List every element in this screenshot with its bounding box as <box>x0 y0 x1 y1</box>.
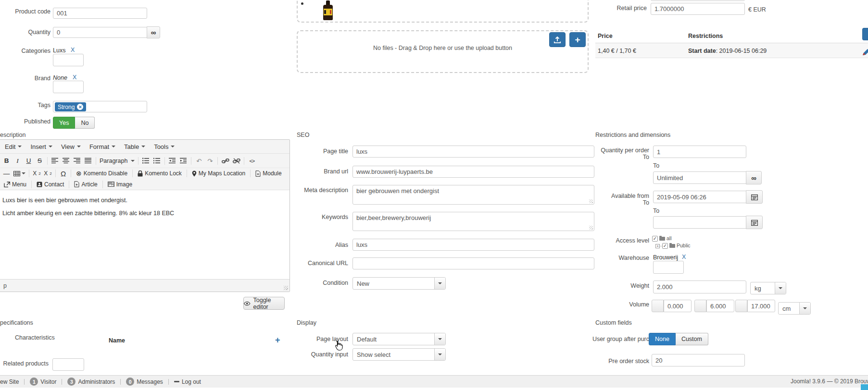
quantity-input[interactable] <box>53 27 147 38</box>
currency-suffix: € EUR <box>748 6 766 13</box>
messages-status[interactable]: 0 Messages <box>126 378 163 386</box>
remove-link-icon[interactable] <box>231 156 242 166</box>
display-section-title: Display <box>297 319 316 326</box>
bold-icon[interactable]: B <box>1 156 12 166</box>
numbered-list-icon[interactable] <box>151 156 163 166</box>
article-insert-button[interactable]: Article <box>71 179 100 190</box>
toggle-editor-button[interactable]: Toggle editor <box>243 297 285 310</box>
menu-format[interactable]: Format <box>85 141 120 152</box>
unlimited-infinity-icon[interactable] <box>746 171 762 184</box>
published-yes-button[interactable]: Yes <box>53 117 75 129</box>
komento-disable-button[interactable]: ⊗Komento Disable <box>73 168 130 179</box>
horizontal-rule-icon[interactable]: — <box>1 168 12 179</box>
checkbox-checked-icon[interactable] <box>662 243 668 249</box>
price-input-partial[interactable] <box>651 0 745 1</box>
align-center-icon[interactable] <box>61 156 72 166</box>
indent-icon[interactable] <box>178 156 189 166</box>
contact-insert-button[interactable]: Contact <box>34 179 67 190</box>
outdent-icon[interactable] <box>167 156 178 166</box>
description-line-1: Luxs bier is een bier gebrouwen met onde… <box>2 197 127 204</box>
source-code-icon[interactable]: <> <box>246 156 257 166</box>
warehouse-input[interactable] <box>653 261 684 274</box>
qty-per-order-input[interactable] <box>653 146 746 158</box>
paragraph-style-select[interactable]: Paragraph <box>98 156 136 166</box>
keywords-textarea[interactable]: bier,beer,brewery,brouwerij <box>352 212 594 231</box>
menu-tools[interactable]: Tools <box>150 141 179 152</box>
italic-icon[interactable]: I <box>12 156 23 166</box>
file-dropzone[interactable]: No files - Drag & Drop here or use the u… <box>297 30 589 73</box>
edit-pencil-icon[interactable] <box>863 49 868 56</box>
volume-unit-select[interactable]: cm <box>778 302 811 315</box>
user-group-custom-button[interactable]: Custom <box>676 333 708 345</box>
insert-link-icon[interactable] <box>220 156 231 166</box>
price-cell: 1,40 € / 1,70 € <box>598 48 636 54</box>
back-to-top-button-partial[interactable] <box>861 384 868 390</box>
price-table-row: 1,40 € / 1,70 € Start date: 2019-06-15 0… <box>595 43 868 58</box>
tag-chip[interactable]: Strong <box>55 102 86 111</box>
menu-table[interactable]: Table <box>120 141 150 152</box>
logout-link[interactable]: Log out <box>174 378 201 385</box>
volume-length-input[interactable] <box>664 300 692 312</box>
brand-remove-link[interactable]: X <box>73 74 76 81</box>
menu-insert[interactable]: Insert <box>26 141 57 152</box>
view-site-link[interactable]: ew Site <box>0 378 19 385</box>
location-pin-icon <box>192 171 197 177</box>
table-icon[interactable] <box>12 168 27 179</box>
bullet-list-icon[interactable] <box>140 156 151 166</box>
product-code-input[interactable] <box>53 8 147 19</box>
quantity-input-select[interactable]: Show select <box>352 348 446 361</box>
menu-view[interactable]: View <box>57 141 85 152</box>
checkbox-checked-icon[interactable] <box>652 236 658 242</box>
qty-max-input[interactable] <box>653 171 746 184</box>
subscript-icon[interactable]: X2 <box>31 168 42 179</box>
upload-file-button[interactable] <box>549 32 566 47</box>
weight-unit-select[interactable]: kg <box>750 282 786 294</box>
image-insert-button[interactable]: Image <box>105 179 135 190</box>
warehouse-value: Brouwerij <box>653 254 678 261</box>
komento-lock-button[interactable]: Komento Lock <box>135 168 185 179</box>
redo-icon[interactable]: ↷ <box>204 156 215 166</box>
product-image-thumbnail[interactable] <box>322 0 334 20</box>
related-products-input[interactable] <box>52 358 84 371</box>
condition-select[interactable]: New <box>352 277 446 290</box>
special-character-icon[interactable]: Ω <box>58 168 69 179</box>
underline-icon[interactable]: U <box>23 156 34 166</box>
menu-edit[interactable]: Edit <box>0 141 26 152</box>
user-group-none-button[interactable]: None <box>649 333 676 345</box>
tag-remove-icon[interactable] <box>77 104 83 110</box>
menu-insert-button[interactable]: Menu <box>1 179 29 190</box>
available-to-input[interactable] <box>653 216 746 229</box>
brand-input[interactable] <box>53 81 84 93</box>
visitors-status[interactable]: 1 Visitor <box>30 378 56 386</box>
resize-grip[interactable] <box>284 286 288 290</box>
tree-expand-icon[interactable] <box>655 244 660 248</box>
volume-width-input[interactable] <box>706 300 734 312</box>
condition-label: Condition <box>221 280 348 286</box>
categories-input[interactable] <box>53 54 84 66</box>
available-to-calendar-button[interactable] <box>746 216 763 229</box>
pre-order-stock-input[interactable] <box>652 354 745 366</box>
volume-height-input[interactable] <box>747 300 775 312</box>
published-no-button[interactable]: No <box>75 117 95 129</box>
tag-chip-label: Strong <box>58 104 75 110</box>
align-right-icon[interactable] <box>72 156 83 166</box>
add-price-button-partial[interactable] <box>862 28 868 40</box>
administrators-status[interactable]: 3 Administrators <box>67 378 115 386</box>
warehouse-remove-link[interactable]: X <box>682 254 686 260</box>
available-from-input[interactable] <box>653 191 746 203</box>
page-layout-select[interactable]: Default <box>352 333 446 345</box>
access-tree: all Public <box>652 235 691 249</box>
retail-price-input[interactable] <box>651 3 745 15</box>
weight-input[interactable] <box>653 280 746 293</box>
align-left-icon[interactable] <box>50 156 61 166</box>
available-from-calendar-button[interactable] <box>746 190 763 204</box>
undo-icon[interactable]: ↶ <box>193 156 204 166</box>
add-file-button[interactable] <box>569 32 586 47</box>
quantity-label: Quantity <box>0 29 50 36</box>
align-justify-icon[interactable] <box>83 156 94 166</box>
superscript-icon[interactable]: X2 <box>42 168 53 179</box>
category-remove-link[interactable]: X <box>71 47 75 53</box>
strikethrough-icon[interactable]: S <box>34 156 45 166</box>
quantity-infinity-icon[interactable] <box>147 26 160 38</box>
brand-url-input[interactable] <box>352 166 594 178</box>
